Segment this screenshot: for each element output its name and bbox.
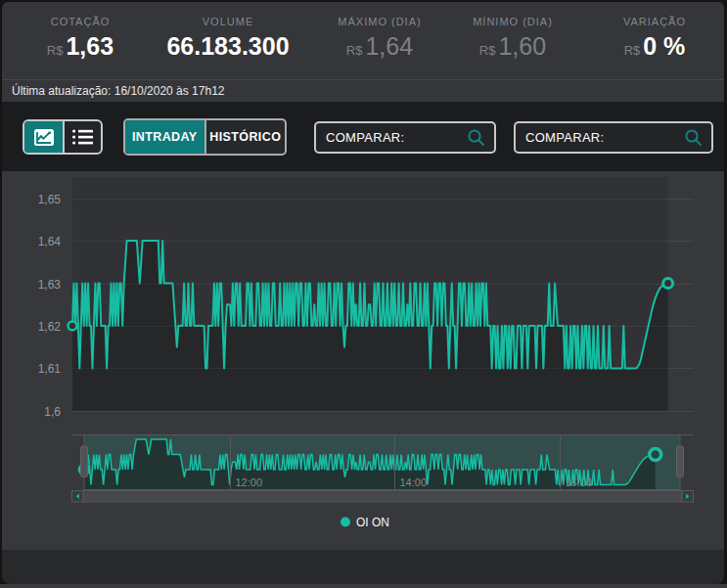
stat-value-text: 66.183.300 [166,32,289,60]
stat-variacao: VARIAÇÃO R$0 % [576,2,727,61]
list-icon [72,129,93,145]
stat-value: R$0 % [576,32,727,61]
period-tabs: INTRADAY HISTÓRICO [123,118,287,156]
stats-panel: COTAÇÃO R$1,63 VOLUME 66.183.300 MÁXIMO … [2,2,724,102]
last-update-text: Última atualização: 16/10/2020 às 17h12 [12,84,224,98]
stat-minimo-dia: MÍNIMO (DIA) R$1,60 [434,2,591,61]
currency-prefix: R$ [47,43,64,58]
last-update-bar: Última atualização: 16/10/2020 às 17h12 [2,79,724,102]
widget-footer [2,550,724,584]
stat-cotacao: COTAÇÃO R$1,63 [2,2,159,61]
toolbar: INTRADAY HISTÓRICO [2,102,724,171]
stat-value-text: 1,60 [498,32,546,60]
stat-label: COTAÇÃO [2,16,159,27]
page-background-strip [0,584,727,588]
stat-label: MÍNIMO (DIA) [434,16,591,27]
line-chart-icon [33,128,55,147]
chart-type-switch [23,119,103,155]
tab-intraday[interactable]: INTRADAY [125,120,204,154]
stat-value: R$1,60 [434,32,591,61]
stat-value-text: 1,64 [365,32,413,60]
stat-value-text: 0 % [643,32,685,60]
search-icon[interactable] [467,128,485,147]
list-view-button[interactable] [63,121,101,153]
currency-prefix: R$ [479,43,496,58]
currency-prefix: R$ [624,43,641,58]
compare-box-2 [514,121,713,154]
stat-value-text: 1,63 [66,32,114,60]
compare-input-2[interactable] [516,130,684,145]
chart-panel [2,171,724,550]
currency-prefix: R$ [346,43,363,58]
compare-input-1[interactable] [316,130,467,145]
stat-volume: VOLUME 66.183.300 [150,2,306,61]
stat-label: VARIAÇÃO [576,16,727,27]
quote-widget: COTAÇÃO R$1,63 VOLUME 66.183.300 MÁXIMO … [0,0,727,588]
compare-box-1 [314,121,496,154]
stat-label: VOLUME [150,16,306,27]
stat-value: 66.183.300 [150,32,306,61]
stat-value: R$1,63 [2,32,159,61]
search-icon[interactable] [684,128,703,147]
line-chart-view-button[interactable] [24,121,63,153]
tab-historico[interactable]: HISTÓRICO [204,120,286,154]
